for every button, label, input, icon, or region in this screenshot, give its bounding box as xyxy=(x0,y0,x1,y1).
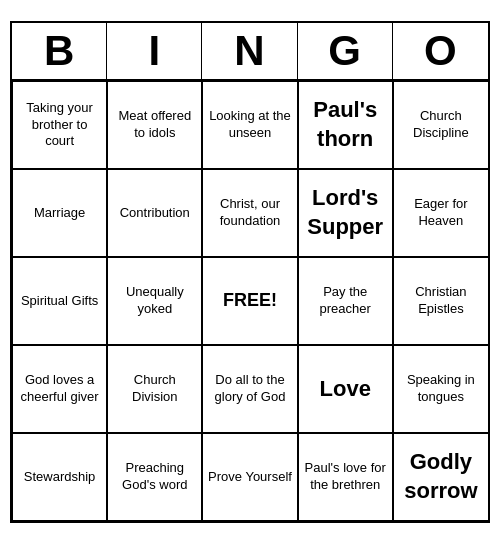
bingo-cell: Taking your brother to court xyxy=(12,81,107,169)
bingo-cell: Contribution xyxy=(107,169,202,257)
header-letter: I xyxy=(107,23,202,79)
cell-text: Unequally yoked xyxy=(112,284,197,318)
bingo-card: BINGO Taking your brother to courtMeat o… xyxy=(10,21,490,523)
bingo-cell: Unequally yoked xyxy=(107,257,202,345)
bingo-cell: Christian Epistles xyxy=(393,257,488,345)
bingo-cell: Lord's Supper xyxy=(298,169,393,257)
bingo-cell: Do all to the glory of God xyxy=(202,345,297,433)
cell-text: Paul's thorn xyxy=(303,96,388,153)
cell-text: Do all to the glory of God xyxy=(207,372,292,406)
bingo-cell: Speaking in tongues xyxy=(393,345,488,433)
bingo-cell: Looking at the unseen xyxy=(202,81,297,169)
bingo-cell: Marriage xyxy=(12,169,107,257)
cell-text: Eager for Heaven xyxy=(398,196,484,230)
bingo-cell: God loves a cheerful giver xyxy=(12,345,107,433)
bingo-cell: Prove Yourself xyxy=(202,433,297,521)
cell-text: Lord's Supper xyxy=(303,184,388,241)
bingo-cell: FREE! xyxy=(202,257,297,345)
bingo-cell: Love xyxy=(298,345,393,433)
bingo-grid: Taking your brother to courtMeat offered… xyxy=(12,81,488,521)
cell-text: Christ, our foundation xyxy=(207,196,292,230)
cell-text: Speaking in tongues xyxy=(398,372,484,406)
cell-text: Spiritual Gifts xyxy=(21,293,98,310)
cell-text: Paul's love for the brethren xyxy=(303,460,388,494)
cell-text: Pay the preacher xyxy=(303,284,388,318)
header-letter: B xyxy=(12,23,107,79)
cell-text: Godly sorrow xyxy=(398,448,484,505)
cell-text: Love xyxy=(320,375,371,404)
bingo-cell: Paul's thorn xyxy=(298,81,393,169)
cell-text: Stewardship xyxy=(24,469,96,486)
cell-text: Looking at the unseen xyxy=(207,108,292,142)
bingo-cell: Eager for Heaven xyxy=(393,169,488,257)
cell-text: Taking your brother to court xyxy=(17,100,102,151)
cell-text: Christian Epistles xyxy=(398,284,484,318)
bingo-cell: Paul's love for the brethren xyxy=(298,433,393,521)
bingo-cell: Pay the preacher xyxy=(298,257,393,345)
header-letter: O xyxy=(393,23,488,79)
header-letter: G xyxy=(298,23,393,79)
bingo-header: BINGO xyxy=(12,23,488,81)
cell-text: Meat offered to idols xyxy=(112,108,197,142)
cell-text: Prove Yourself xyxy=(208,469,292,486)
cell-text: Church Division xyxy=(112,372,197,406)
bingo-cell: Meat offered to idols xyxy=(107,81,202,169)
cell-text: God loves a cheerful giver xyxy=(17,372,102,406)
bingo-cell: Spiritual Gifts xyxy=(12,257,107,345)
bingo-cell: Church Discipline xyxy=(393,81,488,169)
cell-text: Contribution xyxy=(120,205,190,222)
header-letter: N xyxy=(202,23,297,79)
cell-text: Church Discipline xyxy=(398,108,484,142)
cell-text: Preaching God's word xyxy=(112,460,197,494)
bingo-cell: Preaching God's word xyxy=(107,433,202,521)
bingo-cell: Church Division xyxy=(107,345,202,433)
cell-text: FREE! xyxy=(223,289,277,312)
bingo-cell: Godly sorrow xyxy=(393,433,488,521)
cell-text: Marriage xyxy=(34,205,85,222)
bingo-cell: Christ, our foundation xyxy=(202,169,297,257)
bingo-cell: Stewardship xyxy=(12,433,107,521)
